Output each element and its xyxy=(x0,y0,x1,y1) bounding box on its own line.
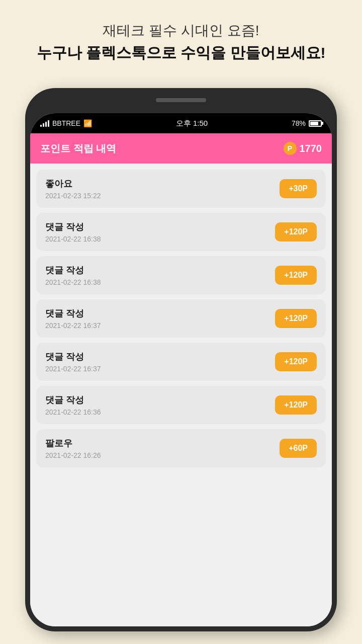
activity-title: 댓글 작성 xyxy=(45,394,101,406)
status-left: BBTREE 📶 xyxy=(40,119,92,127)
points-icon: P xyxy=(284,142,297,155)
activity-info: 댓글 작성2021-02-22 16:38 xyxy=(45,221,101,243)
activity-info: 댓글 작성2021-02-22 16:37 xyxy=(45,351,101,373)
points-value: 1770 xyxy=(300,143,322,154)
activity-date: 2021-02-22 16:36 xyxy=(45,408,101,416)
activity-date: 2021-02-22 16:26 xyxy=(45,451,101,459)
points-badge: P 1770 xyxy=(284,142,322,155)
activity-card: 댓글 작성2021-02-22 16:38+120P xyxy=(36,256,326,294)
status-bar: BBTREE 📶 오후 1:50 78% xyxy=(30,113,332,133)
promo-line2: 누구나 플렉스톡으로 수익을 만들어보세요! xyxy=(20,41,342,64)
activity-title: 댓글 작성 xyxy=(45,351,101,363)
points-chip: +120P xyxy=(275,222,317,242)
activity-date: 2021-02-22 16:37 xyxy=(45,321,101,330)
activity-card: 댓글 작성2021-02-22 16:37+120P xyxy=(36,343,326,381)
activity-card: 댓글 작성2021-02-22 16:37+120P xyxy=(36,299,326,338)
activity-title: 좋아요 xyxy=(45,178,101,190)
activity-date: 2021-02-23 15:22 xyxy=(45,192,101,200)
battery-fill xyxy=(310,122,318,125)
activity-title: 댓글 작성 xyxy=(45,264,101,276)
promo-line1: 재테크 필수 시대인 요즘! xyxy=(20,20,342,41)
signal-bars-icon xyxy=(40,120,49,127)
wifi-icon: 📶 xyxy=(83,119,92,127)
activity-info: 좋아요2021-02-23 15:22 xyxy=(45,178,101,200)
activity-title: 팔로우 xyxy=(45,437,101,449)
carrier-label: BBTREE xyxy=(52,119,80,127)
points-chip: +60P xyxy=(280,439,317,458)
activity-card: 댓글 작성2021-02-22 16:36+120P xyxy=(36,386,326,424)
activity-date: 2021-02-22 16:37 xyxy=(45,365,101,373)
status-time: 오후 1:50 xyxy=(176,119,208,128)
activity-info: 댓글 작성2021-02-22 16:38 xyxy=(45,264,101,286)
phone-outer-frame: BBTREE 📶 오후 1:50 78% 포인트 적립 내역 P 1770 xyxy=(25,88,337,631)
activity-card: 댓글 작성2021-02-22 16:38+120P xyxy=(36,213,326,251)
points-chip: +30P xyxy=(280,179,317,198)
content-area[interactable]: 좋아요2021-02-23 15:22+30P댓글 작성2021-02-22 1… xyxy=(30,164,332,626)
activity-info: 팔로우2021-02-22 16:26 xyxy=(45,437,101,459)
activity-info: 댓글 작성2021-02-22 16:36 xyxy=(45,394,101,416)
phone-speaker xyxy=(156,98,206,102)
app-header: 포인트 적립 내역 P 1770 xyxy=(30,133,332,164)
app-header-title: 포인트 적립 내역 xyxy=(40,142,116,155)
activity-card: 좋아요2021-02-23 15:22+30P xyxy=(36,170,326,208)
battery-icon xyxy=(309,120,322,127)
points-chip: +120P xyxy=(275,352,317,371)
points-chip: +120P xyxy=(275,266,317,285)
top-text-area: 재테크 필수 시대인 요즘! 누구나 플렉스톡으로 수익을 만들어보세요! xyxy=(0,0,362,79)
activity-card: 팔로우2021-02-22 16:26+60P xyxy=(36,429,326,467)
points-chip: +120P xyxy=(275,395,317,415)
phone-mockup: BBTREE 📶 오후 1:50 78% 포인트 적립 내역 P 1770 xyxy=(25,88,337,631)
activity-date: 2021-02-22 16:38 xyxy=(45,235,101,243)
activity-info: 댓글 작성2021-02-22 16:37 xyxy=(45,307,101,330)
battery-pct-label: 78% xyxy=(292,119,306,127)
phone-screen: BBTREE 📶 오후 1:50 78% 포인트 적립 내역 P 1770 xyxy=(30,113,332,626)
activity-date: 2021-02-22 16:38 xyxy=(45,278,101,286)
points-chip: +120P xyxy=(275,309,317,328)
status-right: 78% xyxy=(292,119,322,127)
activity-title: 댓글 작성 xyxy=(45,221,101,233)
activity-title: 댓글 작성 xyxy=(45,307,101,319)
